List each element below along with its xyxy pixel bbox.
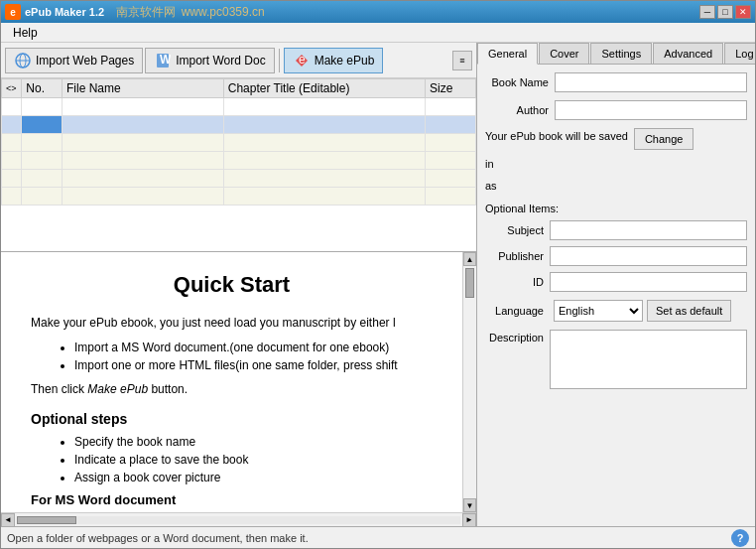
scroll-track [17, 516, 460, 524]
right-panel: General Cover Settings Advanced Log Book… [477, 43, 755, 526]
preview-section1: Optional steps [31, 411, 433, 427]
word-icon: W [154, 52, 172, 69]
preview-paragraph2: Then click Make ePub button. [31, 380, 433, 399]
preview-bullet-3: Specify the book name [74, 435, 433, 449]
col-arrow: <> [2, 79, 22, 98]
description-input[interactable] [550, 330, 747, 389]
vertical-scrollbar: ▲ ▼ [462, 252, 476, 512]
menu-bar: Help [1, 23, 755, 43]
col-filename: File Name [63, 79, 224, 98]
tab-settings[interactable]: Settings [590, 43, 652, 64]
file-table: <> No. File Name Chapter Title (Editable… [1, 78, 476, 206]
title-bar-left: e ePub Maker 1.2 南京软件网 www.pc0359.cn [5, 4, 265, 21]
subject-input[interactable] [550, 220, 747, 240]
help-button[interactable]: ? [731, 529, 749, 547]
file-table-container: <> No. File Name Chapter Title (Editable… [1, 78, 476, 252]
title-bar: e ePub Maker 1.2 南京软件网 www.pc0359.cn ─ □… [1, 1, 755, 23]
book-name-input[interactable] [555, 72, 747, 92]
language-row: Language English French German Spanish C… [485, 300, 747, 322]
window-controls: ─ □ ✕ [699, 5, 751, 19]
author-input[interactable] [555, 100, 747, 120]
language-label: Language [485, 305, 550, 317]
app-icon: e [5, 4, 21, 20]
book-name-label: Book Name [485, 76, 555, 88]
subject-label: Subject [485, 224, 550, 236]
main-area: Import Web Pages W Import Word Doc [1, 43, 755, 526]
preview-paragraph1: Make your ePub ebook, you just need load… [31, 314, 433, 333]
save-info-area: Your ePub book will be saved Change in a… [485, 128, 747, 195]
toolbar: Import Web Pages W Import Word Doc [1, 43, 476, 78]
publisher-row: Publisher [485, 246, 747, 266]
import-web-pages-button[interactable]: Import Web Pages [5, 48, 143, 73]
preview-bullet-1: Import a MS Word document.(one document … [74, 341, 433, 354]
status-bar: Open a folder of webpages or a Word docu… [1, 526, 755, 548]
col-size: Size [426, 79, 476, 98]
import-word-doc-button[interactable]: W Import Word Doc [145, 48, 274, 73]
tab-advanced[interactable]: Advanced [653, 43, 723, 64]
app-title: ePub Maker 1.2 [25, 6, 104, 18]
h-scroll-thumb[interactable] [17, 516, 76, 524]
svg-text:e: e [299, 53, 306, 67]
epub-icon: e [293, 52, 311, 69]
main-window: e ePub Maker 1.2 南京软件网 www.pc0359.cn ─ □… [0, 0, 756, 549]
web-icon [14, 52, 32, 69]
tab-bar: General Cover Settings Advanced Log [477, 43, 755, 65]
preview-title: Quick Start [31, 272, 433, 298]
table-row[interactable] [2, 152, 476, 170]
preview-section2: For MS Word document [31, 492, 433, 507]
toolbar-separator [279, 49, 280, 72]
tab-cover[interactable]: Cover [539, 43, 589, 64]
column-toggle[interactable]: ≡ [452, 51, 472, 70]
left-panel: Import Web Pages W Import Word Doc [1, 43, 477, 526]
scroll-right-button[interactable]: ► [462, 513, 476, 527]
save-info-text: Your ePub book will be saved [485, 128, 628, 146]
toolbar-right: ≡ [452, 51, 472, 70]
make-epub-button[interactable]: e Make ePub [284, 48, 384, 73]
table-row[interactable] [2, 170, 476, 188]
table-row[interactable] [2, 134, 476, 152]
publisher-label: Publisher [485, 250, 550, 262]
preview-bullet-5: Assign a book cover picture [74, 471, 433, 484]
author-label: Author [485, 104, 555, 116]
save-in-text: in [485, 156, 747, 174]
status-text: Open a folder of webpages or a Word docu… [7, 532, 309, 544]
id-label: ID [485, 276, 550, 288]
scroll-down-button[interactable]: ▼ [463, 498, 476, 512]
publisher-input[interactable] [550, 246, 747, 266]
tab-log[interactable]: Log [724, 43, 755, 64]
tab-content-general: Book Name Author Your ePub book will be … [477, 65, 755, 526]
language-select[interactable]: English French German Spanish Chinese Ja… [554, 300, 643, 322]
book-name-row: Book Name [485, 72, 747, 92]
close-button[interactable]: ✕ [735, 5, 751, 19]
optional-title: Optional Items: [485, 203, 747, 214]
col-no: No. [22, 79, 63, 98]
svg-text:W: W [160, 53, 171, 67]
description-row: Description [485, 330, 747, 389]
horizontal-scrollbar: ◄ ► [1, 512, 476, 526]
preview-area: Quick Start Make your ePub ebook, you ju… [1, 252, 476, 512]
id-input[interactable] [550, 272, 747, 292]
minimize-button[interactable]: ─ [699, 5, 715, 19]
author-row: Author [485, 100, 747, 120]
scroll-up-button[interactable]: ▲ [463, 252, 476, 266]
scroll-left-button[interactable]: ◄ [1, 513, 15, 527]
scroll-thumb[interactable] [465, 268, 474, 298]
preview-bullet-4: Indicate a place to save the book [74, 453, 433, 467]
table-row[interactable] [2, 188, 476, 206]
subject-row: Subject [485, 220, 747, 240]
tab-general[interactable]: General [477, 43, 538, 65]
watermark: 南京软件网 www.pc0359.cn [116, 4, 265, 21]
save-as-text: as [485, 178, 747, 196]
save-row: Your ePub book will be saved Change [485, 128, 747, 150]
optional-section: Optional Items: Subject Publisher ID [485, 203, 747, 292]
table-row[interactable] [2, 98, 476, 116]
col-chapter: Chapter Title (Editable) [223, 79, 425, 98]
table-row[interactable] [2, 116, 476, 134]
preview-bullet-2: Import one or more HTML files(in one sam… [74, 358, 433, 372]
menu-item-help[interactable]: Help [5, 24, 46, 42]
maximize-button[interactable]: □ [717, 5, 733, 19]
id-row: ID [485, 272, 747, 292]
set-default-button[interactable]: Set as default [647, 300, 731, 322]
change-button[interactable]: Change [634, 128, 694, 150]
preview-scroll: Quick Start Make your ePub ebook, you ju… [1, 252, 462, 512]
